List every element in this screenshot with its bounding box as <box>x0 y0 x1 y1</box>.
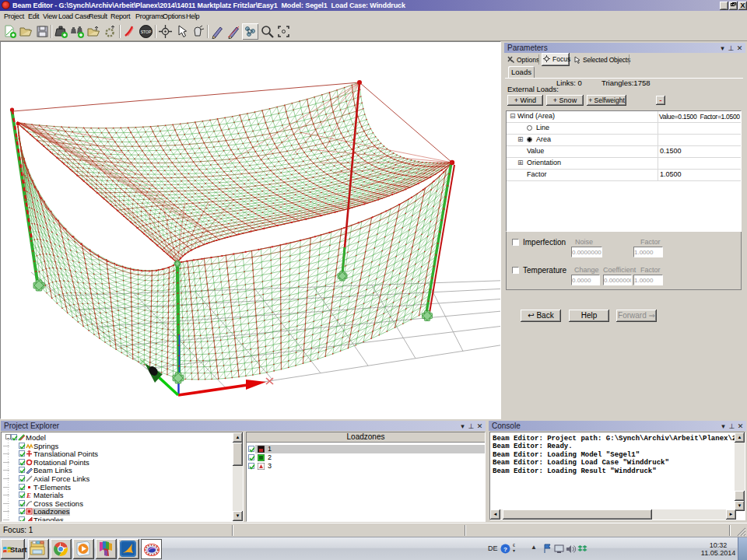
svg-text:?: ? <box>503 546 507 553</box>
svg-text:STOP: STOP <box>141 30 152 34</box>
svg-text:E: E <box>26 492 31 499</box>
